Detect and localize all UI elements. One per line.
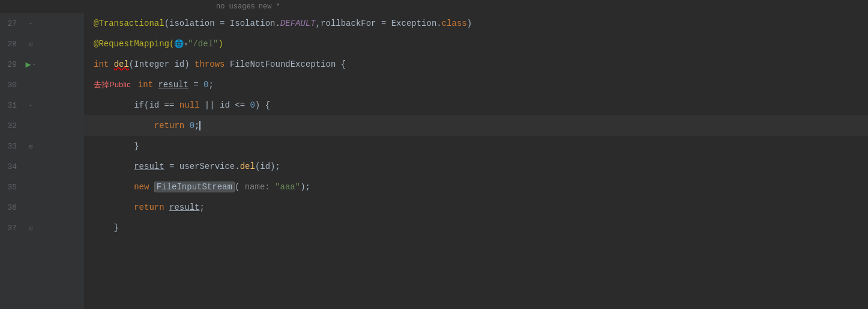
space bbox=[153, 80, 158, 90]
space bbox=[109, 60, 113, 69]
code-line-30[interactable]: 去掉Public int result = 0; bbox=[84, 75, 868, 95]
code-line-29[interactable]: int del(Integer id) throws FileNotFoundE… bbox=[84, 54, 868, 75]
code-text: (isolation = Isolation. bbox=[164, 19, 280, 28]
closing-brace-33: } bbox=[94, 141, 139, 151]
annotation-transactional: @Transactional bbox=[94, 19, 164, 28]
gutter-line-28: 28 ⊟ bbox=[0, 34, 84, 54]
new-star-text: new * bbox=[259, 2, 280, 11]
code-line-33[interactable]: } bbox=[84, 136, 868, 156]
code-line-35[interactable]: new FileInputStream( name: "aaa"); bbox=[84, 177, 868, 197]
code-text: ,rollbackFor = Exception. bbox=[316, 19, 442, 28]
fold-icon-33[interactable]: ⊟ bbox=[29, 142, 33, 150]
line-number-34: 34 bbox=[0, 162, 22, 171]
space bbox=[133, 80, 137, 90]
code-line-36[interactable]: return result; bbox=[84, 197, 868, 218]
code-line-37[interactable]: } bbox=[84, 218, 868, 238]
gutter-line-27: 27 ⁃ bbox=[0, 13, 84, 34]
gutter-line-32: 32 bbox=[0, 115, 84, 136]
line-number-33: 33 bbox=[0, 142, 22, 151]
gutter-icons-33: ⊟ bbox=[22, 142, 40, 150]
globe-icon: 🌐 bbox=[174, 39, 184, 49]
line-number-28: 28 bbox=[0, 40, 22, 49]
gutter-icons-28: ⊟ bbox=[22, 40, 40, 48]
gutter-line-30: 30 bbox=[0, 75, 84, 95]
annotation-requestmapping: @RequestMapping( bbox=[94, 39, 174, 49]
gutter-icons-37: ⊟ bbox=[22, 224, 40, 232]
fold-icon-29[interactable]: ⁃ bbox=[32, 61, 36, 69]
equals: = bbox=[188, 80, 203, 90]
var-result-30: result bbox=[158, 80, 188, 90]
indent-35 bbox=[94, 182, 134, 192]
code-line-32[interactable]: return 0; bbox=[84, 115, 868, 136]
string-del: "/del" bbox=[188, 39, 218, 49]
gutter: 27 ⁃ 28 ⊟ 29 ▶ ⁃ 30 31 bbox=[0, 0, 84, 309]
run-icon-29[interactable]: ▶ bbox=[25, 59, 31, 70]
kw-throws: throws bbox=[194, 60, 225, 69]
gutter-icons-31: ⁃ bbox=[22, 102, 40, 109]
code-line-28[interactable]: @RequestMapping(🌐▾"/del") bbox=[84, 34, 868, 54]
num-zero-32: 0 bbox=[190, 121, 194, 130]
fold-icon-31[interactable]: ⁃ bbox=[29, 102, 32, 109]
kw-return: return bbox=[94, 121, 190, 130]
code-area[interactable]: no usages new * @Transactional(isolation… bbox=[84, 0, 868, 309]
indent: if(id == bbox=[94, 100, 179, 110]
gutter-line-35: 35 bbox=[0, 177, 84, 197]
line-number-36: 36 bbox=[0, 203, 22, 212]
fold-icon-37[interactable]: ⊟ bbox=[29, 224, 33, 232]
gutter-line-31: 31 ⁃ bbox=[0, 95, 84, 115]
kw-new-35: new bbox=[134, 182, 149, 192]
gutter-line-34: 34 bbox=[0, 156, 84, 177]
params-34: (id); bbox=[255, 162, 280, 171]
gutter-line-36: 36 bbox=[0, 197, 84, 218]
param-name-label: name: bbox=[245, 182, 270, 192]
exception-text: FileNotFoundException { bbox=[225, 60, 346, 69]
gutter-line-29: 29 ▶ ⁃ bbox=[0, 54, 84, 75]
method-del: del bbox=[114, 60, 129, 69]
method-del-34: del bbox=[240, 162, 255, 171]
space-36 bbox=[164, 203, 169, 212]
code-line-34[interactable]: result = userService.del(id); bbox=[84, 156, 868, 177]
line-number-37: 37 bbox=[0, 224, 22, 233]
code-line-31[interactable]: if(id == null || id <= 0) { bbox=[84, 95, 868, 115]
isolation-default: DEFAULT bbox=[280, 19, 316, 28]
kw-int-30: int bbox=[138, 80, 153, 90]
kw-null: null bbox=[179, 100, 200, 110]
text-cursor bbox=[199, 121, 200, 130]
indent-36 bbox=[94, 203, 134, 212]
var-result-34: result bbox=[134, 162, 164, 171]
closing-brace-37: } bbox=[94, 223, 119, 233]
suggestion-fileinputstream: FileInputStream bbox=[154, 182, 235, 192]
code-line-27[interactable]: @Transactional(isolation = Isolation.DEF… bbox=[84, 13, 868, 34]
kw-int: int bbox=[94, 60, 109, 69]
space-35 bbox=[149, 182, 154, 192]
or-operator: || id <= bbox=[199, 100, 250, 110]
semicolon-36: ; bbox=[199, 203, 204, 212]
hint-gutter-line bbox=[0, 0, 84, 13]
semicolon-35: ); bbox=[300, 182, 310, 192]
num-zero-30: 0 bbox=[203, 80, 208, 90]
line-number-35: 35 bbox=[0, 183, 22, 192]
dropdown-arrow: ▾ bbox=[184, 40, 188, 48]
brace-open: ) { bbox=[255, 100, 270, 110]
hint-row: no usages new * bbox=[84, 0, 868, 13]
semicolon: ; bbox=[209, 80, 214, 90]
gutter-icons-29: ▶ ⁃ bbox=[22, 59, 40, 70]
editor-container: 27 ⁃ 28 ⊟ 29 ▶ ⁃ 30 31 bbox=[0, 0, 868, 309]
gutter-line-37: 37 ⊟ bbox=[0, 218, 84, 238]
fold-icon-27[interactable]: ⁃ bbox=[29, 20, 32, 28]
name-param: ( bbox=[235, 182, 245, 192]
fold-icon-28: ⊟ bbox=[29, 40, 33, 48]
annotation-close-paren: ) bbox=[218, 39, 223, 49]
kw-return-36: return bbox=[134, 203, 164, 212]
line-number-31: 31 bbox=[0, 101, 22, 110]
line-number-32: 32 bbox=[0, 121, 22, 130]
code-text: ) bbox=[467, 19, 472, 28]
string-aaa: "aaa" bbox=[275, 182, 300, 192]
var-result-36: result bbox=[169, 203, 199, 212]
params: (Integer id) bbox=[129, 60, 194, 69]
line-number-27: 27 bbox=[0, 19, 22, 28]
line-number-29: 29 bbox=[0, 60, 22, 69]
kw-class: class bbox=[442, 19, 467, 28]
chinese-hint-30: 去掉Public bbox=[94, 79, 130, 90]
assign-34: = userService. bbox=[164, 162, 240, 171]
